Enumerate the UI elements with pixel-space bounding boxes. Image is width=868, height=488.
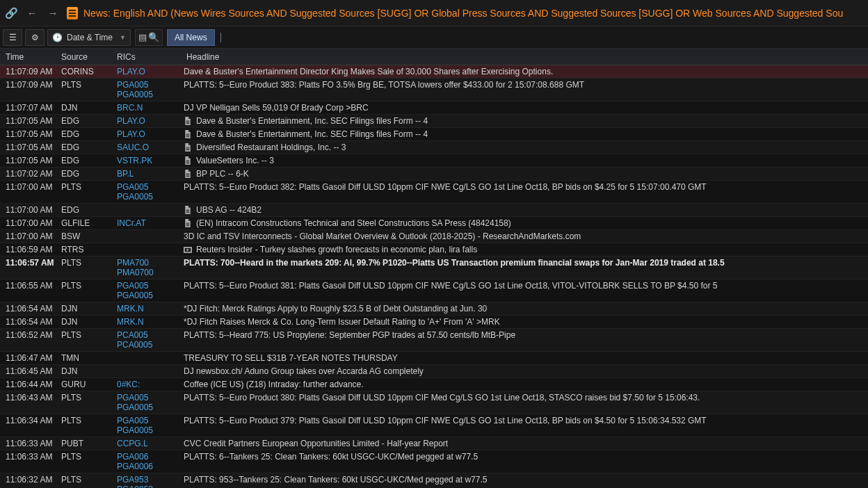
cell-rics[interactable]: SAUC.O — [117, 143, 184, 152]
cell-rics[interactable]: INCr.AT — [117, 218, 184, 228]
cell-rics[interactable]: PGA005PGA0005 — [117, 182, 184, 202]
cell-rics[interactable]: PCA005PCA0005 — [117, 330, 184, 350]
cell-source: EDG — [61, 156, 117, 165]
table-row[interactable]: 11:07:05 AMEDGVSTR.PKValueSetters Inc. -… — [0, 154, 868, 168]
cell-rics[interactable]: 0#KC: — [117, 380, 184, 389]
ric-link[interactable]: PGA0005 — [117, 425, 179, 435]
table-row[interactable]: 11:07:00 AMPLTSPGA005PGA0005PLATTS: 5--E… — [0, 181, 868, 204]
ric-link[interactable]: MRK.N — [117, 317, 179, 327]
column-header-rics[interactable]: RICs — [117, 52, 184, 62]
ric-link[interactable]: PCA0005 — [117, 340, 179, 350]
column-header-headline[interactable]: Headline — [184, 52, 868, 62]
ric-link[interactable]: SAUC.O — [117, 143, 179, 152]
ric-link[interactable]: INCr.AT — [117, 218, 179, 228]
filter-button[interactable]: ☰ — [3, 29, 22, 46]
ric-link[interactable]: PLAY.O — [117, 116, 179, 126]
cell-rics[interactable]: BRC.N — [117, 103, 184, 113]
column-header-source[interactable]: Source — [61, 52, 117, 62]
table-row[interactable]: 11:06:52 AMPLTSPCA005PCA0005PLATTS: 5--H… — [0, 329, 868, 352]
table-row[interactable]: 11:06:59 AMRTRSReuters Insider - Turkey … — [0, 243, 868, 257]
ric-link[interactable]: PLAY.O — [117, 129, 179, 139]
ric-link[interactable]: PGA0005 — [117, 192, 179, 202]
table-row[interactable]: 11:06:33 AMPLTSPGA006PGA0006PLATTS: 6--T… — [0, 450, 868, 473]
cell-rics[interactable]: PLAY.O — [117, 129, 184, 139]
headline-text: *DJ Fitch: Merck Ratings Apply to Roughl… — [184, 304, 487, 314]
ric-link[interactable]: PGA0005 — [117, 402, 179, 412]
cell-rics[interactable]: MRK.N — [117, 317, 184, 327]
table-row[interactable]: 11:07:00 AMBSW3D IC and TSV Interconnect… — [0, 230, 868, 243]
cell-source: EDG — [61, 116, 117, 126]
ric-link[interactable]: CCPG.L — [117, 439, 179, 448]
cell-rics[interactable]: MRK.N — [117, 304, 184, 314]
cell-rics[interactable]: BP.L — [117, 169, 184, 179]
table-row[interactable]: 11:06:55 AMPLTSPGA005PGA0005PLATTS: 5--E… — [0, 279, 868, 302]
table-row[interactable]: 11:07:00 AMEDGUBS AG -- 424B2 — [0, 204, 868, 217]
cell-time: 11:06:55 AM — [0, 281, 61, 291]
ric-link[interactable]: PGA0005 — [117, 291, 179, 300]
table-row[interactable]: 11:07:02 AMEDGBP.LBP PLC -- 6-K — [0, 168, 868, 181]
ric-link[interactable]: PGA005 — [117, 416, 179, 425]
search-input-caret[interactable] — [220, 33, 227, 42]
table-row[interactable]: 11:06:54 AMDJNMRK.N*DJ Fitch: Merck Rati… — [0, 302, 868, 316]
cell-rics[interactable]: PLAY.O — [117, 67, 184, 76]
cell-rics[interactable]: VSTR.PK — [117, 156, 184, 165]
table-row[interactable]: 11:07:09 AMCORINSPLAY.ODave & Buster's E… — [0, 65, 868, 79]
table-row[interactable]: 11:06:34 AMPLTSPGA005PGA0005PLATTS: 5--E… — [0, 414, 868, 437]
link-icon[interactable]: 🔗 — [4, 6, 18, 20]
ric-link[interactable]: PGA006 — [117, 452, 179, 462]
cell-rics[interactable]: CCPG.L — [117, 439, 184, 448]
table-row[interactable]: 11:07:05 AMEDGSAUC.ODiversified Restaura… — [0, 141, 868, 154]
ric-link[interactable]: PMA700 — [117, 258, 179, 268]
ric-link[interactable]: PCA005 — [117, 330, 179, 340]
cell-rics[interactable]: PGA006PGA0006 — [117, 452, 184, 471]
ric-link[interactable]: PGA005 — [117, 80, 179, 90]
table-row[interactable]: 11:06:57 AMPLTSPMA700PMA0700PLATTS: 700-… — [0, 257, 868, 279]
nav-back-icon[interactable]: ← — [25, 6, 39, 20]
cell-time: 11:07:09 AM — [0, 67, 61, 76]
settings-button[interactable]: ⚙ — [25, 29, 45, 46]
search-icon[interactable]: 🔍 — [148, 32, 159, 42]
ric-link[interactable]: PMA0700 — [117, 268, 179, 277]
ric-link[interactable]: PGA005 — [117, 281, 179, 291]
tab-all-news-label: All News — [175, 33, 207, 42]
ric-link[interactable]: PGA953 — [117, 475, 179, 485]
date-time-dropdown[interactable]: 🕑 Date & Time ▼ — [47, 29, 131, 46]
ric-link[interactable]: PGA0006 — [117, 462, 179, 471]
ric-link[interactable]: PLAY.O — [117, 67, 179, 76]
table-row[interactable]: 11:07:07 AMDJNBRC.NDJ VP Nelligan Sells … — [0, 101, 868, 115]
ric-link[interactable]: PGA0953 — [117, 485, 179, 488]
cell-rics[interactable]: PGA005PGA0005 — [117, 393, 184, 412]
table-row[interactable]: 11:06:45 AMDJNDJ newsbox.ch/ Aduno Group… — [0, 365, 868, 378]
table-row[interactable]: 11:06:54 AMDJNMRK.N*DJ Fitch Raises Merc… — [0, 316, 868, 329]
ric-link[interactable]: VSTR.PK — [117, 156, 179, 165]
table-row[interactable]: 11:06:44 AMGURU0#KC:Coffee (ICE US) (Z18… — [0, 378, 868, 391]
table-row[interactable]: 11:07:05 AMEDGPLAY.ODave & Buster's Ente… — [0, 115, 868, 128]
cell-rics[interactable]: PGA005PGA0005 — [117, 281, 184, 300]
table-row[interactable]: 11:06:32 AMPLTSPGA953PGA0953PLATTS: 953-… — [0, 473, 868, 488]
table-row[interactable]: 11:06:43 AMPLTSPGA005PGA0005PLATTS: 5--E… — [0, 391, 868, 414]
nav-forward-icon[interactable]: → — [46, 6, 60, 20]
ric-link[interactable]: MRK.N — [117, 304, 179, 314]
table-row[interactable]: 11:07:09 AMPLTSPGA005PGA0005PLATTS: 5--E… — [0, 79, 868, 101]
cell-source: DJN — [61, 317, 117, 327]
ric-link[interactable]: PGA0005 — [117, 90, 179, 99]
cell-rics[interactable]: PMA700PMA0700 — [117, 258, 184, 277]
ric-link[interactable]: BP.L — [117, 169, 179, 179]
table-row[interactable]: 11:07:00 AMGLFILEINCr.AT(EN) Intracom Co… — [0, 217, 868, 230]
cell-rics[interactable]: PGA953PGA0953 — [117, 475, 184, 488]
headline-text: Coffee (ICE US) (Z18) Intraday: further … — [184, 380, 364, 389]
cell-rics[interactable]: PGA005PGA0005 — [117, 416, 184, 435]
table-row[interactable]: 11:06:33 AMPUBTCCPG.LCVC Credit Partners… — [0, 437, 868, 450]
ric-link[interactable]: PGA005 — [117, 393, 179, 402]
cell-rics[interactable]: PGA005PGA0005 — [117, 80, 184, 99]
table-row[interactable]: 11:06:47 AMTMNTREASURY TO SELL $31B 7-YE… — [0, 352, 868, 365]
table-row[interactable]: 11:07:05 AMEDGPLAY.ODave & Buster's Ente… — [0, 128, 868, 141]
ric-link[interactable]: PGA005 — [117, 182, 179, 192]
ric-link[interactable]: BRC.N — [117, 103, 179, 113]
column-header-time[interactable]: Time — [0, 52, 61, 62]
list-view-icon[interactable]: ▤ — [138, 32, 147, 42]
ric-link[interactable]: 0#KC: — [117, 380, 179, 389]
cell-source: PLTS — [61, 330, 117, 340]
tab-all-news[interactable]: All News — [167, 29, 215, 46]
cell-rics[interactable]: PLAY.O — [117, 116, 184, 126]
